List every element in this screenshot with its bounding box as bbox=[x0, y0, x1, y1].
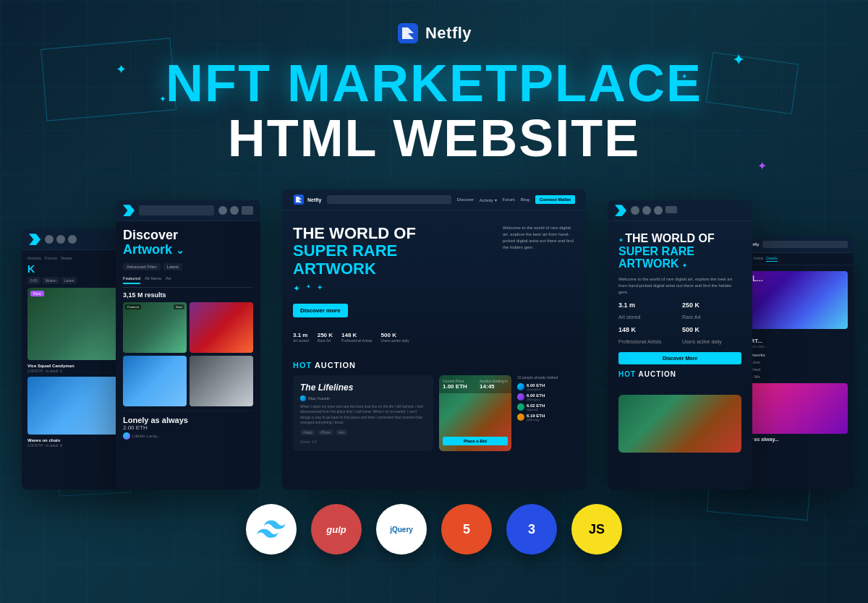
stat-label-4: Users active daily bbox=[381, 338, 409, 343]
nav-discover[interactable]: Discover bbox=[457, 197, 474, 202]
far-right-lonely-price: 2.00 ETH bbox=[736, 442, 848, 446]
bidder-avatar-3 bbox=[517, 403, 524, 411]
nav-dot bbox=[230, 206, 239, 215]
title-line2: HTML WEBSITE bbox=[166, 111, 702, 166]
center-hero-section: THE WORLD OF SUPER RARE ARTWORK ✦ ✦ ✦ Di… bbox=[282, 210, 586, 354]
far-right-menu: ○ My Artworks ○ Collection ♡ Favorited ○… bbox=[736, 351, 848, 380]
place-bid-btn[interactable]: Place a Bid bbox=[443, 437, 508, 445]
auction-content: The Lifelines Mac Karein When I open my … bbox=[293, 375, 575, 451]
left-nav bbox=[116, 200, 260, 221]
nav-logo-right bbox=[615, 205, 626, 216]
far-right-tab-artists[interactable]: Artists bbox=[753, 256, 763, 262]
right-discover-btn[interactable]: Discover More bbox=[618, 352, 741, 364]
connect-wallet-btn[interactable]: Connect Wallet bbox=[535, 195, 575, 204]
tab-featured[interactable]: Featured bbox=[123, 276, 140, 284]
bidders-section: 10 people already bidded 6.00 ETH @sampl… bbox=[517, 375, 575, 451]
filter-option: Latest bbox=[61, 277, 77, 284]
right-stats-grid: 3.1 m Art stored 250 K Rare Art 148 K Pr… bbox=[618, 302, 741, 346]
author-avatar bbox=[123, 432, 130, 440]
nav-menu bbox=[242, 206, 253, 215]
nav-dot bbox=[642, 206, 651, 215]
bidder-info-1: 6.00 ETH @sample1 bbox=[527, 383, 545, 391]
bidder-user-3: @panel2 bbox=[527, 408, 545, 411]
center-hero-title: THE WORLD OF SUPER RARE ARTWORK bbox=[293, 225, 495, 278]
stat-val-2: 250 K bbox=[318, 332, 333, 338]
auction-timer-section: Auction Ending in 14:45 bbox=[476, 375, 511, 393]
menu-about[interactable]: ○ About Me bbox=[736, 373, 848, 380]
nav-dot bbox=[56, 235, 65, 244]
netfly-logo-icon bbox=[396, 22, 420, 45]
hero-sparkle-3: ✦ bbox=[317, 283, 323, 294]
right-stat-label-2: Rare Art bbox=[682, 315, 701, 320]
stat-art: 3.1 m Art stored bbox=[293, 332, 309, 343]
tailwind-icon-circle bbox=[246, 504, 297, 555]
far-right-lonely-title: Lonely as alway... bbox=[736, 437, 848, 442]
nav-icons bbox=[45, 235, 77, 244]
meta-label: Meta bbox=[736, 332, 848, 336]
bidder-info-2: 6.00 ETH @Gregory bbox=[527, 393, 545, 401]
lonely-author: Liltotto Lamp... bbox=[123, 432, 253, 440]
tailwind-svg bbox=[257, 515, 286, 544]
right-title-line2: SUPER RARE bbox=[618, 245, 694, 257]
nav-logo bbox=[29, 234, 41, 245]
screen-center: Netfly Discover Activity ▾ Forum Blog Co… bbox=[282, 189, 586, 489]
center-stats-row: 3.1 m Art stored 250 K Rare Art 148 K Pr… bbox=[293, 332, 495, 343]
nav-dot bbox=[45, 235, 54, 244]
nav-blog[interactable]: Blog bbox=[521, 197, 529, 202]
sparkle-icon-right-2: ✦ bbox=[682, 262, 687, 269]
center-discover-btn[interactable]: Discover more bbox=[293, 304, 348, 317]
lonely-title: Lonely as always bbox=[123, 416, 253, 424]
right-nav bbox=[608, 200, 752, 221]
stat-val-3: 148 K bbox=[341, 332, 373, 338]
filter-btn[interactable]: Advanced Filter bbox=[123, 263, 161, 270]
bidder-user-1: @sample1 bbox=[527, 388, 545, 391]
artwork-text: Artwork bbox=[123, 242, 172, 257]
js-icon-circle: JS bbox=[571, 504, 622, 555]
latest-btn[interactable]: Latest bbox=[163, 263, 182, 270]
tag-art: #art bbox=[336, 429, 348, 435]
save-badge: Save bbox=[174, 304, 184, 309]
nav-dot bbox=[218, 206, 227, 215]
menu-my-artworks[interactable]: ○ My Artworks bbox=[736, 351, 848, 359]
far-right-lonely: Lonely as alway... 2.00 ETH bbox=[736, 437, 848, 446]
gulp-icon-circle: gulp bbox=[311, 504, 362, 555]
hot-auction-title: HOT AUCTION bbox=[293, 361, 575, 369]
tab-all-items[interactable]: All Items bbox=[145, 276, 161, 284]
tab-row: Featured All Items Art bbox=[123, 276, 253, 288]
auction-title: The Lifelines bbox=[300, 382, 426, 393]
discover-title: Discover Artwork ⌄ bbox=[123, 228, 253, 257]
right-stat-3: 148 K Professional Artists bbox=[618, 326, 678, 346]
nav-forum[interactable]: Forum bbox=[503, 197, 515, 202]
menu-favorited[interactable]: ♡ Favorited bbox=[736, 366, 848, 373]
auction-artwork: Current Price 1.00 ETH Auction Ending in… bbox=[439, 375, 511, 451]
center-logo-icon bbox=[293, 194, 305, 205]
right-auction-preview bbox=[608, 389, 752, 458]
right-hot-auction: HOT AUCTION bbox=[618, 370, 741, 378]
auction-card-info: The Lifelines Mac Karein When I open my … bbox=[293, 375, 433, 451]
far-right-art-2 bbox=[736, 383, 848, 434]
screenshots-container: Activity Forum News K 0.00 Motion Latest… bbox=[0, 186, 868, 489]
nav-hamburger bbox=[665, 206, 677, 213]
nav-dot bbox=[654, 206, 663, 215]
auction-timer: 14:45 bbox=[480, 383, 508, 390]
title-line1: NFT MARKETPLACE bbox=[166, 56, 702, 111]
nav-activity[interactable]: Activity ▾ bbox=[480, 197, 497, 202]
far-right-art-1: WOL... bbox=[736, 271, 848, 329]
screen-right: ✦ THE WORLD OF SUPER RARE ARTWORK ✦ Welc… bbox=[608, 200, 752, 489]
hero-sparkle-1: ✦ bbox=[293, 283, 300, 294]
menu-collection[interactable]: ○ Collection bbox=[736, 359, 848, 366]
far-right-search bbox=[762, 241, 848, 248]
hot-text: HOT bbox=[293, 361, 315, 369]
tab-art[interactable]: Art bbox=[166, 276, 171, 284]
nav-dot bbox=[68, 235, 77, 244]
auction-author-row: Mac Karein bbox=[300, 395, 426, 401]
bidder-1: 6.00 ETH @sample1 bbox=[517, 383, 575, 391]
filter-option: 0.00 bbox=[27, 277, 41, 284]
center-hero-right: Welcome to the world of rare digital art… bbox=[495, 225, 575, 343]
bidder-amount-4: 6.19 ETH bbox=[527, 414, 545, 418]
art-grid: Featured Save bbox=[123, 302, 253, 406]
far-right-tab-details[interactable]: Details bbox=[766, 256, 777, 262]
auction-text: AUCTION bbox=[315, 361, 356, 369]
rare-badge: Rare bbox=[30, 291, 44, 296]
far-right-meta: Meta MY ART... 3,49 artwork crea... bbox=[736, 332, 848, 348]
